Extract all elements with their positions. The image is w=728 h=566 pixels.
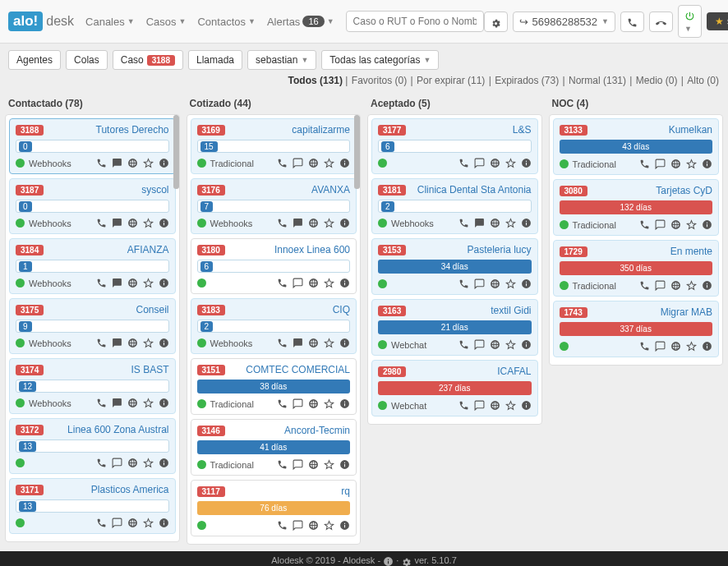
chat-icon[interactable] [293,278,303,288]
chat-icon[interactable] [112,518,122,528]
star-icon[interactable] [505,278,516,289]
case-card[interactable]: 3163textil Gidi21 díasWebchat [371,299,538,356]
star-icon[interactable] [324,520,334,531]
case-card[interactable]: 3080Tarjetas CyD132 díasTradicional [553,179,720,236]
outbound-number[interactable]: ↪ 56986288532 ▼ [513,12,615,32]
star-icon[interactable] [505,339,516,350]
info-icon[interactable] [339,218,350,228]
chat-icon[interactable] [474,339,485,350]
chat-icon[interactable] [655,280,666,291]
filter-alto[interactable]: Alto (0) [687,75,719,86]
phone-icon[interactable] [277,158,288,168]
chat-icon[interactable] [112,398,122,408]
info-icon[interactable] [339,278,350,288]
status-button[interactable]: ▼ [678,5,702,38]
info-icon[interactable] [339,398,350,409]
case-card[interactable]: 1743Migrar MAB337 días [553,301,720,357]
chat-icon[interactable] [474,158,485,168]
info-icon[interactable] [702,280,712,291]
chat-icon[interactable] [474,278,485,289]
star-icon[interactable] [324,218,334,228]
chat-icon[interactable] [293,520,303,531]
tb-caso[interactable]: Caso 3188 [113,50,183,70]
chat-icon[interactable] [112,458,122,468]
case-card[interactable]: 3174IS BAST12Webhooks [9,358,176,414]
phone-icon[interactable] [277,278,288,288]
filter-medio[interactable]: Medio (0) [636,75,678,86]
phone-icon[interactable] [96,458,107,468]
case-title[interactable]: IS BAST [48,364,168,375]
globe-icon[interactable] [127,458,138,468]
phone-icon[interactable] [458,158,469,168]
case-card[interactable]: 3177L&S6 [371,118,538,174]
case-card[interactable]: 3133Kumelkan43 díasTradicional [553,118,720,175]
tb-agentes[interactable]: Agentes [8,50,61,70]
globe-icon[interactable] [127,338,138,348]
nav-alertas[interactable]: Alertas 16▼ [267,16,334,28]
globe-icon[interactable] [127,158,138,168]
info-icon[interactable] [702,341,712,352]
globe-icon[interactable] [490,339,500,350]
settings-button[interactable] [484,12,508,32]
case-card[interactable]: 2980ICAFAL237 díasWebchat [371,360,538,416]
case-card[interactable]: 3180Innoex Linea 6006 [191,238,357,294]
globe-icon[interactable] [127,218,138,228]
search-input[interactable] [346,11,484,32]
case-card[interactable]: 3169capitalizarme15Tradicional [191,118,357,174]
hangup-button[interactable] [649,12,673,32]
info-icon[interactable] [159,218,169,228]
case-title[interactable]: Ancord-Tecmin [230,425,350,436]
case-title[interactable]: Kumelkan [592,124,712,136]
case-card[interactable]: 3153Pasteleria lucy34 días [371,238,538,295]
info-icon[interactable] [159,278,169,288]
phone-icon[interactable] [96,518,107,528]
phone-icon[interactable] [96,278,107,288]
phone-icon[interactable] [639,219,650,230]
chat-icon[interactable] [474,400,485,411]
star-icon[interactable] [324,338,334,348]
info-icon[interactable] [339,459,350,470]
chat-icon[interactable] [655,219,666,230]
case-title[interactable]: Pasteleria lucy [411,244,531,255]
globe-icon[interactable] [670,341,681,352]
tb-user[interactable]: sebastian ▼ [247,50,316,70]
star-icon[interactable] [686,219,697,230]
column-body[interactable]: 3169capitalizarme15Tradicional3176AVANXA… [187,114,362,545]
phone-icon[interactable] [639,341,650,352]
globe-icon[interactable] [308,459,319,470]
phone-icon[interactable] [277,520,288,531]
user-menu[interactable]: ★sebastian ▼ [707,12,728,30]
globe-icon[interactable] [490,278,500,289]
globe-icon[interactable] [308,398,319,409]
phone-icon[interactable] [96,398,107,408]
column-body[interactable]: 3177L&S63181Clinica Dental Sta Antonia2W… [367,114,542,425]
phone-icon[interactable] [277,398,288,409]
case-title[interactable]: syscol [48,184,168,196]
chat-icon[interactable] [655,341,666,352]
phone-icon[interactable] [96,338,107,348]
star-icon[interactable] [505,218,516,228]
info-icon[interactable] [521,339,532,350]
globe-icon[interactable] [127,398,138,408]
info-icon[interactable] [702,159,712,169]
globe-icon[interactable] [490,400,500,411]
case-card[interactable]: 3183CIQ2Webhooks [191,298,357,354]
case-title[interactable]: Linea 600 Zona Austral [48,424,168,435]
star-icon[interactable] [143,398,154,408]
case-title[interactable]: L&S [411,124,531,136]
case-card[interactable]: 3172Linea 600 Zona Austral13 [9,418,176,474]
info-icon[interactable] [339,520,350,531]
phone-icon[interactable] [639,280,650,291]
case-card[interactable]: 3146Ancord-Tecmin41 díasTradicional [191,419,357,476]
star-icon[interactable] [324,158,334,168]
case-title[interactable]: En mente [592,246,712,257]
chat-icon[interactable] [112,158,122,168]
star-icon[interactable] [686,159,697,169]
case-title[interactable]: CIQ [230,304,350,315]
chat-icon[interactable] [293,218,303,228]
tb-colas[interactable]: Colas [66,50,108,70]
phone-icon[interactable] [458,339,469,350]
case-card[interactable]: 3117rq76 días [191,480,357,536]
globe-icon[interactable] [127,278,138,288]
case-title[interactable]: AFIANZA [48,244,168,255]
